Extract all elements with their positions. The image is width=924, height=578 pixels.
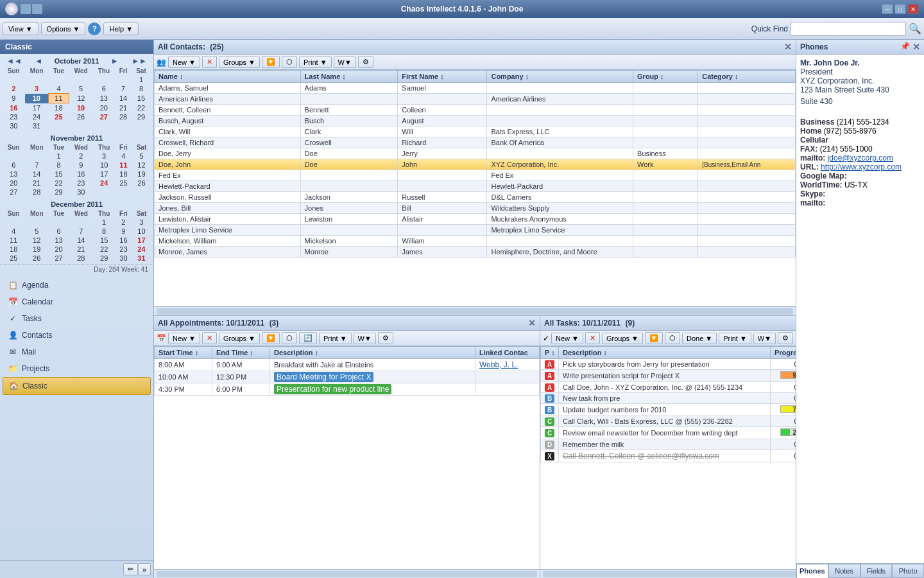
quickfind-input[interactable] (791, 22, 906, 36)
tasks-word-button[interactable]: W▼ (753, 333, 776, 344)
sidebar-expand-btn[interactable]: » (138, 563, 151, 575)
tasks-export-button[interactable]: ⬡ (665, 332, 680, 344)
table-row[interactable]: Mickelson, WilliamMickelsonWilliam (155, 236, 796, 247)
table-row[interactable]: 10:00 AM12:30 PMBoard Meeting for Projec… (155, 371, 540, 383)
cal-next-btn[interactable]: ► (110, 57, 120, 66)
table-row[interactable]: APick up storyboards from Jerry for pres… (541, 359, 796, 370)
appt-print-button[interactable]: Print ▼ (319, 333, 352, 344)
tasks-groups-button[interactable]: Groups ▼ (602, 333, 643, 344)
col-group[interactable]: Group ↕ (633, 71, 698, 83)
table-row[interactable]: ACall Doe, John - XYZ Corporation, Inc. … (541, 382, 796, 393)
contacts-new-button[interactable]: New ▼ (168, 57, 200, 68)
sidebar-item-classic[interactable]: 🏠 Classic (3, 377, 151, 395)
table-row[interactable]: Bennett, ColleenBennettColleen (155, 105, 796, 116)
minimize-button[interactable]: ─ (882, 4, 893, 14)
col-category[interactable]: Category ↕ (698, 71, 796, 83)
sidebar-edit-btn[interactable]: ✏ (123, 563, 138, 575)
appt-options-button[interactable]: ⚙ (378, 332, 393, 344)
col-firstname[interactable]: First Name ↕ (398, 71, 487, 83)
sidebar-item-projects[interactable]: 📁 Projects (3, 360, 151, 377)
table-row[interactable]: Jackson, RussellJacksonRussellD&L Carrie… (155, 192, 796, 203)
tasks-new-button[interactable]: New ▼ (551, 333, 583, 344)
table-row[interactable]: Lewiston, AlistairLewistonAlistairMuckra… (155, 214, 796, 225)
appt-hscroll[interactable] (154, 569, 540, 578)
appt-word-button[interactable]: W▼ (354, 333, 376, 344)
table-row[interactable]: Doe, JohnDoeJohnXYZ Corporation, Inc.Wor… (155, 159, 796, 170)
table-row[interactable]: 4:30 PM6:00 PMPresentation for new produ… (155, 383, 540, 396)
table-row[interactable]: Adams, SamuelAdamsSamuel (155, 83, 796, 94)
appt-table-scroll[interactable]: Start Time ↕ End Time ↕ Description ↕ Li… (154, 346, 540, 569)
appt-new-button[interactable]: New ▼ (168, 333, 200, 344)
cal-prev-year-btn[interactable]: ◄◄ (5, 57, 23, 66)
contacts-groups-button[interactable]: Groups ▼ (219, 57, 260, 68)
appt-col-start[interactable]: Start Time ↕ (155, 347, 212, 359)
appt-delete-button[interactable]: ✕ (202, 332, 217, 344)
sidebar-item-agenda[interactable]: 📋 Agenda (3, 277, 151, 293)
contacts-table-scroll[interactable]: Name ↕ Last Name ↕ First Name ↕ Company … (154, 70, 796, 306)
email-link[interactable]: jdoe@xyzcorp.com (828, 153, 893, 162)
appt-groups-button[interactable]: Groups ▼ (219, 333, 260, 344)
maximize-button[interactable]: □ (894, 4, 906, 14)
table-row[interactable]: Monroe, JamesMonroeJamesHemisphere, Doct… (155, 247, 796, 258)
table-row[interactable]: CReview email newsletter for December fr… (541, 427, 796, 439)
appt-filter-button[interactable]: 🔽 (262, 332, 280, 344)
tasks-col-desc[interactable]: Description ↕ (559, 347, 771, 359)
contacts-delete-button[interactable]: ✕ (202, 56, 217, 68)
table-row[interactable]: Jones, BillJonesBillWildcatters Supply (155, 203, 796, 214)
help-icon[interactable]: ? (88, 22, 101, 35)
table-row[interactable]: BUpdate budget numbers for 201070% (541, 404, 796, 416)
tasks-filter-button[interactable]: 🔽 (645, 332, 663, 344)
url-link[interactable]: http://www.xyzcorp.com (821, 162, 902, 171)
col-lastname[interactable]: Last Name ↕ (300, 71, 398, 83)
table-row[interactable]: Doe, JerryDoeJerryBusiness (155, 148, 796, 159)
table-row[interactable]: XCall Bennett, Colleen @ colleen@iflyswa… (541, 450, 796, 462)
tasks-delete-button[interactable]: ✕ (585, 332, 600, 344)
view-menu-button[interactable]: View ▼ (3, 22, 38, 35)
appt-sync-button[interactable]: 🔄 (299, 332, 317, 344)
tasks-table-scroll[interactable]: P ↕ Description ↕ Progress ↕ Group ↕ APi… (540, 346, 796, 569)
tasks-col-priority[interactable]: P ↕ (541, 347, 559, 359)
tab-phones[interactable]: Phones (796, 564, 828, 578)
table-row[interactable]: BNew task from pre0% (541, 393, 796, 404)
tasks-hscroll[interactable] (540, 569, 796, 578)
contacts-options-button[interactable]: ⚙ (358, 56, 373, 68)
table-row[interactable]: American AirlinesAmerican Airlines (155, 94, 796, 105)
sidebar-item-calendar[interactable]: 📅 Calendar (3, 293, 151, 310)
appt-export-button[interactable]: ⬡ (282, 332, 297, 344)
close-button[interactable]: ✕ (907, 4, 919, 14)
tasks-done-button[interactable]: Done ▼ (682, 333, 717, 344)
table-row[interactable]: Busch, AugustBuschAugust (155, 116, 796, 127)
tasks-col-progress[interactable]: Progress ↕ (771, 347, 796, 359)
contacts-hscroll[interactable] (154, 306, 796, 315)
table-row[interactable]: Clark, WillClarkWillBats Express, LLC (155, 127, 796, 137)
contacts-export-button[interactable]: ⬡ (282, 56, 297, 68)
table-row[interactable]: AWrite presentation script for Project X… (541, 370, 796, 382)
sidebar-item-mail[interactable]: ✉ Mail (3, 344, 151, 360)
tab-notes[interactable]: Notes (828, 564, 860, 578)
table-row[interactable]: Hewlett-PackardHewlett-Packard (155, 181, 796, 192)
table-row[interactable]: 8:00 AM9:00 AMBreakfast with Jake at Ein… (155, 359, 540, 371)
appt-col-desc[interactable]: Description ↕ (270, 347, 475, 359)
search-icon[interactable]: 🔍 (909, 22, 921, 35)
table-row[interactable]: CCall Clark, Will - Bats Express, LLC @ … (541, 416, 796, 427)
table-row[interactable]: Metroplex Limo ServiceMetroplex Limo Ser… (155, 225, 796, 236)
appt-close-btn[interactable]: ✕ (528, 318, 536, 328)
appt-col-end[interactable]: End Time ↕ (212, 347, 270, 359)
col-name[interactable]: Name ↕ (155, 71, 301, 83)
phones-pin-icon[interactable]: 📌 (900, 42, 910, 52)
phones-close-btn[interactable]: ✕ (912, 42, 920, 52)
help-menu-button[interactable]: Help ▼ (103, 22, 139, 35)
table-row[interactable]: Croswell, RichardCroswellRichardBank Of … (155, 137, 796, 148)
sidebar-item-contacts[interactable]: 👤 Contacts (3, 327, 151, 344)
options-menu-button[interactable]: Options ▼ (41, 22, 86, 35)
contacts-word-button[interactable]: W▼ (334, 57, 356, 68)
contacts-print-button[interactable]: Print ▼ (299, 57, 332, 68)
tasks-options-button[interactable]: ⚙ (778, 332, 793, 344)
tab-photo[interactable]: Photo (892, 564, 924, 578)
contacts-filter-button[interactable]: 🔽 (262, 56, 280, 68)
table-row[interactable]: Fed ExFed Ex (155, 170, 796, 181)
appt-col-contact[interactable]: Linked Contac (475, 347, 540, 359)
col-company[interactable]: Company ↕ (487, 71, 633, 83)
tab-fields[interactable]: Fields (860, 564, 893, 578)
cal-next-year-btn[interactable]: ►► (130, 57, 148, 66)
